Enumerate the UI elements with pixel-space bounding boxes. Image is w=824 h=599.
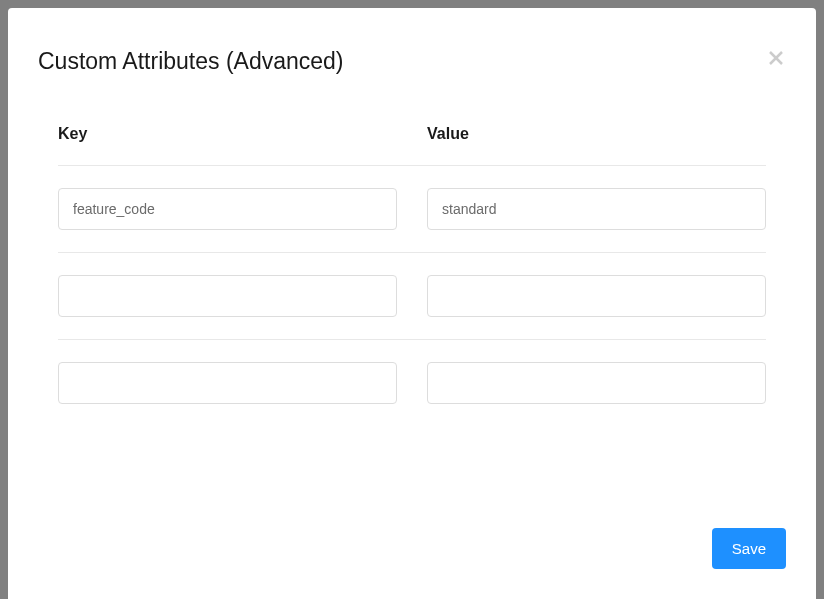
column-headers: Key Value bbox=[58, 125, 766, 166]
value-input[interactable] bbox=[427, 188, 766, 230]
modal-footer: Save bbox=[38, 498, 786, 569]
value-input[interactable] bbox=[427, 275, 766, 317]
save-button[interactable]: Save bbox=[712, 528, 786, 569]
attribute-row bbox=[58, 340, 766, 426]
key-input[interactable] bbox=[58, 188, 397, 230]
key-input[interactable] bbox=[58, 275, 397, 317]
value-column-header: Value bbox=[427, 125, 766, 143]
close-icon bbox=[768, 50, 784, 66]
close-button[interactable] bbox=[766, 48, 786, 68]
key-column-header: Key bbox=[58, 125, 397, 143]
value-input[interactable] bbox=[427, 362, 766, 404]
form-area: Key Value bbox=[38, 125, 786, 426]
custom-attributes-modal: Custom Attributes (Advanced) Key Value S… bbox=[8, 8, 816, 599]
modal-header: Custom Attributes (Advanced) bbox=[38, 48, 786, 75]
attribute-row bbox=[58, 166, 766, 253]
modal-title: Custom Attributes (Advanced) bbox=[38, 48, 344, 75]
attribute-row bbox=[58, 253, 766, 340]
key-input[interactable] bbox=[58, 362, 397, 404]
